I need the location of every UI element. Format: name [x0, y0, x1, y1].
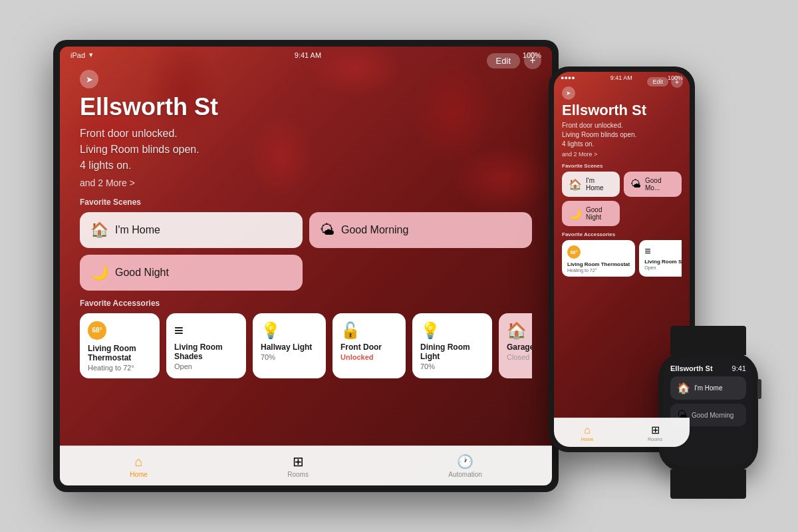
phone-tab-rooms[interactable]: ⊞ Rooms [648, 424, 662, 442]
watch-band-bottom [670, 469, 746, 499]
watch-scene-home-icon: 🏠 [677, 382, 690, 394]
phone-scene-good-night[interactable]: 🌙 Good Night [562, 201, 620, 226]
tablet-dining-status: 70% [420, 362, 484, 370]
tablet-location-icon: ➤ [80, 70, 98, 88]
phone-home-status: Front door unlocked. Living Room blinds … [562, 121, 682, 149]
tablet-hallway-status: 70% [261, 353, 318, 361]
tablet-status-line3: 4 lights on. [80, 160, 131, 171]
phone-scene-morning-label: Good Mo... [645, 177, 675, 192]
tablet-shades-icon: ≡ [174, 321, 238, 340]
watch-crown [757, 379, 761, 399]
phone-tab-home[interactable]: ⌂ Home [581, 424, 594, 442]
phone-home-tab-icon: ⌂ [584, 424, 591, 436]
tablet-scene-row2: 🌙 Good Night [80, 255, 532, 291]
phone-status-line1: Front door unlocked. [562, 122, 623, 129]
tablet-scene-home-icon: 🏠 [90, 221, 108, 239]
tablet-scenes-label: Favorite Scenes [80, 198, 532, 207]
tablet-dining-name: Dining Room Light [420, 342, 484, 362]
watch-band-top [670, 326, 746, 355]
watch-title: Ellsworth St [670, 364, 713, 372]
tablet-accessory-shades[interactable]: ≡ Living Room Shades Open [166, 313, 246, 379]
tablet-home-title: Ellsworth St [80, 94, 532, 120]
tablet-scene-night-icon: 🌙 [90, 264, 108, 281]
tablet-garage-name: Garage Door [507, 342, 532, 352]
phone-shades-name: Living Room Shades [644, 259, 682, 265]
phone-status-line2: Living Room blinds open. [562, 131, 636, 138]
tablet-tab-bar: ⌂ Home ⊞ Rooms 🕐 Automation [60, 446, 552, 485]
tablet-home-status: Front door unlocked. Living Room blinds … [80, 126, 532, 174]
tablet-accessory-thermostat[interactable]: 68° Living Room Thermostat Heating to 72… [80, 313, 160, 379]
watch-time: 9:41 [732, 364, 746, 372]
tablet-accessory-frontdoor[interactable]: 🔓 Front Door Unlocked [332, 313, 406, 379]
tablet-edit-button[interactable]: Edit [487, 53, 520, 68]
tablet-automation-tab-icon: 🕐 [457, 454, 473, 469]
phone-home-title: Ellsworth St [562, 102, 682, 118]
phone-scenes-grid: 🏠 I'm Home 🌤 Good Mo... [562, 172, 682, 197]
tablet-thermostat-status: Heating to 72° [88, 364, 152, 372]
phone-scene-night-icon: 🌙 [569, 207, 582, 220]
phone-time: 9:41 AM [610, 74, 632, 81]
tablet-accessories-label: Favorite Accessories [80, 299, 532, 308]
tablet-status-line2: Living Room blinds open. [80, 144, 200, 155]
tablet-frontdoor-status: Unlocked [340, 353, 398, 361]
watch-scene-im-home[interactable]: 🏠 I'm Home [670, 376, 746, 400]
tablet-hallway-name: Hallway Light [261, 342, 318, 352]
tablet-scene-im-home[interactable]: 🏠 I'm Home [80, 212, 303, 248]
tablet-tab-home[interactable]: ⌂ Home [130, 454, 148, 478]
phone-plus-button[interactable]: + [671, 76, 683, 88]
tablet-more-link[interactable]: and 2 More > [80, 178, 532, 188]
tablet-shades-status: Open [174, 362, 238, 370]
watch-screen: Ellsworth St 9:41 🏠 I'm Home 🌤 Good Morn… [664, 358, 753, 467]
tablet-status-bar: iPad ▾ 9:41 AM 100% [60, 47, 552, 63]
tablet-scene-good-morning[interactable]: 🌤 Good Morning [309, 212, 532, 248]
phone-thermostat-status: Heating to 72° [567, 268, 630, 273]
tablet-thermostat-name: Living Room Thermostat [88, 344, 152, 363]
tablet-tab-rooms[interactable]: ⊞ Rooms [287, 454, 309, 478]
tablet-accessory-dining[interactable]: 💡 Dining Room Light 70% [412, 313, 492, 379]
tablet-accessory-hallway[interactable]: 💡 Hallway Light 70% [253, 313, 326, 379]
tablet-rooms-tab-icon: ⊞ [293, 454, 304, 469]
phone-accessories-row: 68° Living Room Thermostat Heating to 72… [562, 240, 682, 277]
phone-shades-icon: ≡ [644, 245, 682, 257]
phone-more-link[interactable]: and 2 More > [562, 151, 682, 158]
tablet-carrier: iPad [70, 51, 85, 59]
tablet-content: ➤ Ellsworth St Front door unlocked. Livi… [60, 63, 552, 382]
tablet-rooms-tab-label: Rooms [287, 471, 309, 478]
watch-header: Ellsworth St 9:41 [670, 364, 746, 372]
tablet-plus-button[interactable]: + [524, 52, 541, 69]
tablet-scene-morning-icon: 🌤 [320, 221, 334, 239]
phone-location-icon: ➤ [562, 86, 575, 100]
phone-scene-good-morning[interactable]: 🌤 Good Mo... [624, 172, 682, 197]
tablet-wifi-icon: ▾ [89, 51, 93, 59]
phone-carrier: ●●●● [561, 74, 575, 81]
phone-home-tab-label: Home [581, 437, 594, 442]
phone-accessories-label: Favorite Accessories [562, 231, 682, 237]
tablet-garage-status: Closed [507, 353, 532, 361]
tablet-automation-tab-label: Automation [448, 471, 482, 478]
tablet-accessory-garage[interactable]: 🏠 Garage Door Closed [499, 313, 532, 379]
tablet-shades-name: Living Room Shades [174, 342, 238, 362]
tablet-frontdoor-icon: 🔓 [340, 321, 398, 340]
phone-accessory-thermostat[interactable]: 68° Living Room Thermostat Heating to 72… [562, 240, 635, 277]
tablet-scenes-grid: 🏠 I'm Home 🌤 Good Morning [80, 212, 532, 248]
tablet-thermostat-badge: 68° [88, 321, 106, 340]
phone-rooms-tab-label: Rooms [648, 437, 662, 442]
phone-shades-status: Open [644, 265, 682, 270]
phone-content: ➤ Ellsworth St Front door unlocked. Livi… [554, 84, 690, 277]
phone-scenes-label: Favorite Scenes [562, 163, 682, 169]
tablet-status-line1: Front door unlocked. [80, 128, 178, 139]
tablet-screen: iPad ▾ 9:41 AM 100% Edit + ➤ Ellsworth S… [60, 47, 552, 485]
tablet-scene-good-night[interactable]: 🌙 Good Night [80, 255, 303, 291]
tablet-dining-icon: 💡 [420, 321, 484, 340]
phone-edit-button[interactable]: Edit [647, 77, 668, 86]
tablet-home-tab-icon: ⌂ [134, 454, 142, 469]
tablet-tab-automation[interactable]: 🕐 Automation [448, 454, 482, 478]
phone-scene-morning-icon: 🌤 [630, 178, 641, 190]
phone-scene-home-icon: 🏠 [569, 178, 582, 191]
phone-scene-im-home[interactable]: 🏠 I'm Home [562, 172, 620, 197]
tablet-scene-morning-label: Good Morning [341, 224, 408, 236]
watch-scene-morning-label: Good Morning [692, 412, 733, 419]
tablet-status-left: iPad ▾ [70, 51, 93, 59]
phone-accessory-shades[interactable]: ≡ Living Room Shades Open [639, 240, 682, 277]
phone-scene-night-label: Good Night [586, 206, 613, 221]
